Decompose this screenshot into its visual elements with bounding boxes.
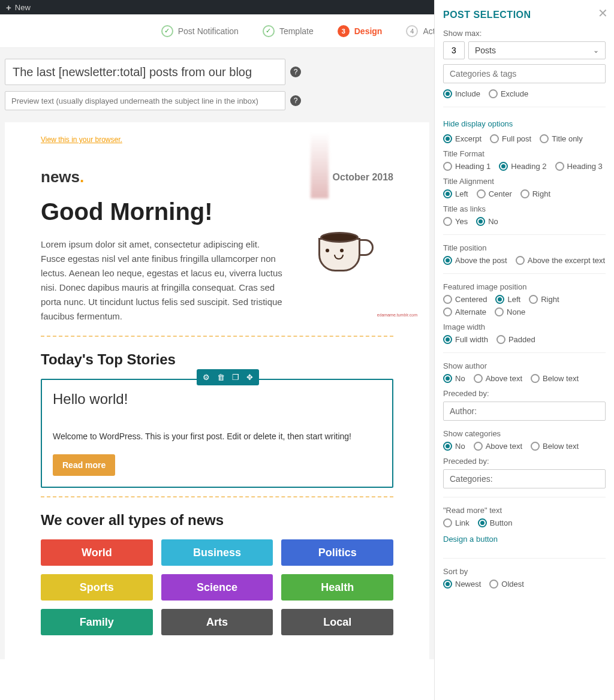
show-categories-label: Show categories [443, 429, 606, 438]
above-excerpt-radio[interactable]: Above the excerpt text [516, 256, 605, 265]
design-button-link[interactable]: Design a button [443, 535, 498, 544]
category-button[interactable]: Science [161, 574, 273, 601]
category-grid: WorldBusinessPoliticsSportsScienceHealth… [41, 539, 393, 635]
align-right-radio[interactable]: Right [520, 189, 550, 198]
include-radio[interactable]: Include [443, 89, 480, 98]
readmore-link-radio[interactable]: Link [443, 518, 469, 527]
categories-tags-input[interactable] [443, 64, 606, 83]
img-none-radio[interactable]: None [495, 307, 525, 316]
view-in-browser-link[interactable]: View this in your browser. [41, 135, 122, 144]
gear-icon[interactable]: ⚙ [203, 373, 210, 382]
align-center-radio[interactable]: Center [477, 189, 512, 198]
image-width-label: Image width [443, 322, 606, 331]
img-right-radio[interactable]: Right [529, 295, 559, 304]
help-icon[interactable]: ? [290, 95, 301, 106]
hero-title: Good Morning! [41, 198, 283, 225]
top-stories-title: Today's Top Stories [41, 351, 393, 368]
cats-no-radio[interactable]: No [443, 442, 465, 451]
read-more-button[interactable]: Read more [53, 454, 115, 476]
author-preceded-input[interactable] [443, 402, 606, 421]
step-number-icon: 4 [406, 25, 418, 37]
cats-preceded-label: Preceded by: [443, 457, 606, 466]
category-button[interactable]: Sports [41, 574, 153, 601]
category-button[interactable]: Politics [281, 539, 393, 566]
plus-icon[interactable]: + [6, 2, 11, 13]
post-selection-panel: ✕ POST SELECTION Show max: Posts ⌄ Inclu… [434, 0, 614, 700]
editor-area: ? ? View this in your browser. news. Oct… [0, 48, 434, 659]
subject-input[interactable] [5, 59, 285, 85]
excerpt-radio[interactable]: Excerpt [443, 134, 481, 143]
image-credit: edamame.tumblr.com [377, 313, 417, 317]
preview-text-input[interactable] [5, 91, 285, 110]
exclude-radio[interactable]: Exclude [489, 89, 528, 98]
img-centered-radio[interactable]: Centered [443, 295, 487, 304]
heading3-radio[interactable]: Heading 3 [555, 162, 603, 171]
category-button[interactable]: World [41, 539, 153, 566]
heading1-radio[interactable]: Heading 1 [443, 162, 490, 171]
author-below-radio[interactable]: Below text [531, 374, 579, 383]
category-button[interactable]: Health [281, 574, 393, 601]
sort-newest-radio[interactable]: Newest [443, 580, 481, 589]
post-title: Hello world! [53, 391, 381, 408]
divider [41, 496, 393, 497]
hide-display-options-link[interactable]: Hide display options [443, 119, 513, 128]
trash-icon[interactable]: 🗑 [217, 373, 225, 382]
show-max-label: Show max: [443, 29, 606, 38]
cover-news-title: We cover all types of news [41, 512, 393, 529]
category-button[interactable]: Local [281, 609, 393, 635]
heading2-radio[interactable]: Heading 2 [499, 162, 546, 171]
category-button[interactable]: Business [161, 539, 273, 566]
title-as-links-label: Title as links [443, 204, 606, 213]
chevron-down-icon: ⌄ [593, 46, 599, 55]
links-yes-radio[interactable]: Yes [443, 217, 468, 226]
author-preceded-label: Preceded by: [443, 389, 606, 398]
check-icon: ✓ [161, 25, 173, 37]
full-width-radio[interactable]: Full width [443, 335, 488, 344]
title-position-label: Title position [443, 243, 606, 252]
post-body: Welcome to WordPress. This is your first… [53, 432, 381, 441]
cats-preceded-input[interactable] [443, 469, 606, 488]
move-icon[interactable]: ✥ [246, 373, 253, 382]
author-above-radio[interactable]: Above text [474, 374, 522, 383]
hero-image: edamame.tumblr.com [297, 198, 393, 306]
post-block-selected[interactable]: ⚙ 🗑 ❐ ✥ Hello world! Welcome to WordPres… [41, 379, 393, 488]
step-post-notification[interactable]: ✓ Post Notification [161, 25, 239, 37]
step-number-icon: 3 [338, 25, 350, 37]
img-alternate-radio[interactable]: Alternate [443, 307, 486, 316]
title-alignment-label: Title Alignment [443, 177, 606, 186]
hero-body: Lorem ipsum dolor sit amet, consectetur … [41, 237, 283, 324]
block-toolbar: ⚙ 🗑 ❐ ✥ [197, 369, 259, 385]
read-more-text-label: "Read more" text [443, 506, 606, 515]
align-left-radio[interactable]: Left [443, 189, 468, 198]
check-icon: ✓ [263, 25, 275, 37]
close-icon[interactable]: ✕ [598, 6, 608, 20]
coffee-cup-icon [318, 233, 372, 271]
issue-date: October 2018 [333, 172, 393, 183]
brand-logo: news. [41, 168, 84, 186]
admin-new-label[interactable]: New [15, 3, 31, 12]
steam-icon [311, 132, 329, 198]
cats-above-radio[interactable]: Above text [474, 442, 522, 451]
full-post-radio[interactable]: Full post [490, 134, 531, 143]
duplicate-icon[interactable]: ❐ [232, 373, 239, 382]
readmore-button-radio[interactable]: Button [478, 518, 513, 527]
help-icon[interactable]: ? [290, 67, 301, 77]
show-max-unit-select[interactable]: Posts ⌄ [468, 41, 606, 59]
step-template[interactable]: ✓ Template [263, 25, 314, 37]
show-max-input[interactable] [443, 41, 465, 59]
sort-oldest-radio[interactable]: Oldest [489, 580, 524, 589]
category-button[interactable]: Family [41, 609, 153, 635]
above-post-radio[interactable]: Above the post [443, 256, 507, 265]
email-canvas: View this in your browser. news. October… [5, 122, 429, 659]
cats-below-radio[interactable]: Below text [531, 442, 579, 451]
padded-radio[interactable]: Padded [496, 335, 535, 344]
links-no-radio[interactable]: No [476, 217, 498, 226]
step-design[interactable]: 3 Design [338, 25, 383, 37]
category-button[interactable]: Arts [161, 609, 273, 635]
title-only-radio[interactable]: Title only [540, 134, 583, 143]
panel-title: POST SELECTION [443, 10, 606, 20]
img-left-radio[interactable]: Left [495, 295, 520, 304]
author-no-radio[interactable]: No [443, 374, 465, 383]
featured-image-label: Featured image position [443, 282, 606, 291]
divider [41, 336, 393, 337]
